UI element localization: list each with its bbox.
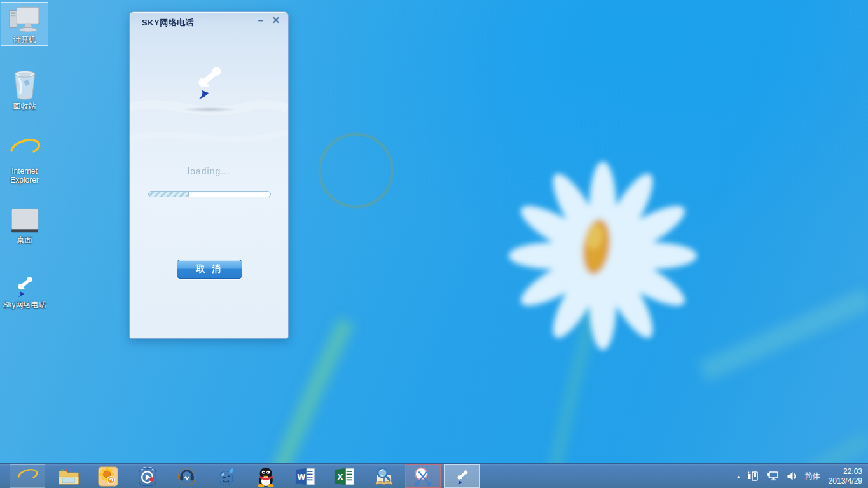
taskbar-search-tool-button[interactable]	[366, 464, 402, 488]
internet-explorer-icon	[10, 135, 40, 165]
desktop-icon-recycle-bin[interactable]: 回收站	[1, 66, 48, 113]
dialog-title: SKY网络电话	[142, 17, 194, 29]
desktop-icon-label: Sky网络电话	[3, 300, 46, 309]
dialog-titlebar[interactable]: SKY网络电话 – ✕	[130, 12, 288, 30]
input-language-indicator[interactable]: 简体	[805, 471, 820, 482]
progress-bar	[148, 191, 271, 197]
sky-phone-dialog: SKY网络电话 – ✕ loading... 取 消	[129, 11, 289, 339]
taskbar-qq-button[interactable]	[248, 464, 284, 488]
desktop: 计算机 回收站 Internet Explorer 桌面 Sky网络电话	[0, 0, 868, 488]
sky-phone-logo	[186, 60, 232, 102]
water-drop-app-icon	[216, 466, 237, 487]
minimize-button[interactable]: –	[254, 14, 268, 27]
clock-time: 22:03	[829, 467, 862, 477]
clock[interactable]: 22:03 2013/4/29	[829, 467, 862, 486]
sky-phone-icon	[10, 272, 39, 299]
background-daisy	[509, 162, 697, 350]
desktop-icon-internet-explorer[interactable]: Internet Explorer	[1, 132, 48, 186]
word-icon: W	[294, 466, 316, 487]
desktop-icon-computer[interactable]: 计算机	[1, 2, 48, 46]
qq-icon	[256, 466, 275, 487]
taskbar-sky-phone-button[interactable]	[444, 464, 480, 488]
desktop-icon-label: 回收站	[13, 102, 36, 111]
ie-icon	[17, 466, 38, 487]
close-button[interactable]: ✕	[269, 14, 283, 27]
system-tray: ▴ 简体 22:03 2013/4/29	[737, 464, 868, 488]
desktop-icon-desktop[interactable]: 桌面	[1, 205, 48, 246]
word-letter: W	[298, 472, 306, 482]
sky-phone-icon	[452, 467, 472, 486]
volume-icon[interactable]	[786, 470, 798, 482]
computer-icon	[8, 4, 41, 34]
desktop-monitor-icon	[9, 207, 41, 234]
desktop-icon-label: 计算机	[13, 35, 36, 44]
safely-remove-hardware-icon[interactable]	[747, 470, 759, 482]
taskbar-video-player-button[interactable]	[130, 464, 165, 488]
video-player-icon	[137, 466, 158, 487]
taskbar-excel-button[interactable]: X	[327, 464, 362, 488]
taskbar-music-player-button[interactable]	[169, 464, 205, 488]
screenshot-tool-icon	[412, 466, 434, 487]
desktop-icon-label: Internet Explorer	[10, 167, 39, 185]
recycle-bin-icon	[10, 69, 40, 101]
desktop-icon-sky-phone[interactable]: Sky网络电话	[1, 270, 48, 311]
logo-shadow	[182, 106, 237, 113]
clock-date: 2013/4/29	[829, 477, 862, 486]
show-hidden-icons-button[interactable]: ▴	[737, 473, 740, 480]
progress-bar-fill	[149, 192, 189, 197]
taskbar-water-drop-app-button[interactable]	[209, 464, 244, 488]
taskbar: W X	[0, 463, 868, 488]
loading-text: loading...	[130, 166, 288, 176]
search-tool-icon	[373, 466, 395, 487]
cancel-button[interactable]: 取 消	[177, 260, 242, 279]
file-explorer-icon	[58, 467, 79, 486]
music-player-icon	[177, 466, 197, 487]
network-icon[interactable]	[766, 470, 779, 482]
taskbar-sunflower-app-button[interactable]	[90, 464, 126, 488]
excel-icon: X	[334, 466, 355, 487]
taskbar-file-explorer-button[interactable]	[51, 464, 86, 488]
taskbar-word-button[interactable]: W	[287, 464, 323, 488]
taskbar-ie-button[interactable]	[10, 464, 45, 488]
sunflower-app-icon	[98, 466, 118, 487]
desktop-icon-label: 桌面	[17, 235, 32, 244]
taskbar-screenshot-tool-button[interactable]	[405, 464, 441, 488]
excel-letter: X	[337, 472, 343, 482]
